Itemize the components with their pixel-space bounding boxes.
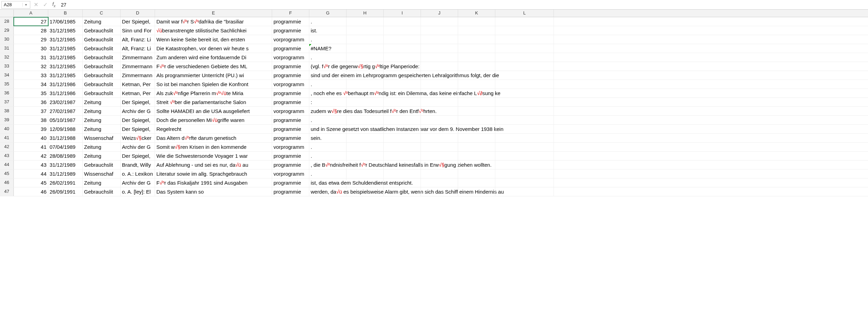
cell-A37[interactable]: 36 (14, 98, 48, 106)
column-header-J[interactable]: J (421, 10, 458, 17)
cell-G46[interactable]: ist, das etwa dem Schuldendienst entspri… (309, 178, 347, 187)
cell-I37[interactable] (384, 98, 421, 106)
cell-D41[interactable]: Weizs√§cker (121, 134, 155, 142)
cell-E41[interactable]: Das Altern d√ºrfte darum genetisch (155, 134, 272, 142)
cell-H36[interactable] (347, 89, 384, 97)
cell-B36[interactable]: 31/12/1986 (48, 89, 83, 97)
cell-E28[interactable]: Damit war f√ºr S√ºdafrika die "brasiliar (155, 17, 272, 26)
cell-K44[interactable] (458, 161, 495, 169)
cell-C44[interactable]: Gebrauchslit (83, 161, 121, 169)
cell-K41[interactable] (458, 134, 495, 142)
cell-J35[interactable] (421, 80, 458, 89)
cell-J36[interactable] (421, 89, 458, 97)
cell-I34[interactable] (384, 71, 421, 80)
cell-E42[interactable]: Somit w√§ren Krisen in den kommende (155, 143, 272, 151)
cell-B44[interactable]: 31/12/1989 (48, 161, 83, 169)
cell-B29[interactable]: 31/12/1985 (48, 26, 83, 35)
cell-L32[interactable] (495, 53, 554, 62)
cell-C38[interactable]: Zeitung (83, 107, 121, 115)
cell-I46[interactable] (384, 178, 421, 187)
cell-I44[interactable] (384, 161, 421, 169)
cell-I42[interactable] (384, 143, 421, 151)
row-header[interactable]: 44 (0, 161, 14, 169)
cell-H44[interactable] (347, 161, 384, 169)
cell-E32[interactable]: Zum anderen wird eine fortdauernde Di (155, 53, 272, 62)
cell-F47[interactable]: programmie (272, 187, 309, 196)
cell-H43[interactable] (347, 152, 384, 160)
cell-F35[interactable]: vorprogramm (272, 80, 309, 89)
cell-H29[interactable] (347, 26, 384, 35)
cell-D29[interactable]: Sinn und For (121, 26, 155, 35)
column-header-F[interactable]: F (272, 10, 309, 17)
cell-I43[interactable] (384, 152, 421, 160)
cell-A47[interactable]: 46 (14, 187, 48, 196)
cell-L30[interactable] (495, 35, 554, 44)
cell-H38[interactable] (347, 107, 384, 115)
row-header[interactable]: 43 (0, 152, 14, 160)
column-header-I[interactable]: I (384, 10, 421, 17)
cell-K31[interactable] (458, 44, 495, 53)
cell-G41[interactable]: sein. (309, 134, 347, 142)
cell-B28[interactable]: 17/06/1985 (48, 17, 83, 26)
cell-H37[interactable] (347, 98, 384, 106)
row-header[interactable]: 42 (0, 143, 14, 151)
cell-E36[interactable]: Als zuk√ºnfige Pfarrerin m√º√üte Miria (155, 89, 272, 97)
column-header-G[interactable]: G (309, 10, 347, 17)
column-header-E[interactable]: E (155, 10, 272, 17)
cell-H39[interactable] (347, 116, 384, 124)
cell-L41[interactable] (495, 134, 554, 142)
cell-H31[interactable] (347, 44, 384, 53)
row-header[interactable]: 28 (0, 17, 14, 26)
cell-J46[interactable] (421, 178, 458, 187)
cell-C37[interactable]: Zeitung (83, 98, 121, 106)
cell-B46[interactable]: 26/02/1991 (48, 178, 83, 187)
cell-A38[interactable]: 37 (14, 107, 48, 115)
cell-L42[interactable] (495, 143, 554, 151)
cell-E39[interactable]: Doch die personellen Mi√ügriffe waren (155, 116, 272, 124)
cell-H40[interactable] (347, 125, 384, 133)
cell-L29[interactable] (495, 26, 554, 35)
cell-A39[interactable]: 38 (14, 116, 48, 124)
row-header[interactable]: 34 (0, 71, 14, 80)
cell-F43[interactable]: programmie (272, 152, 309, 160)
column-header-L[interactable]: L (495, 10, 554, 17)
cell-F28[interactable]: programmie (272, 17, 309, 26)
cell-E46[interactable]: F√ºr das Fiskaljahr 1991 sind Ausgaben (155, 178, 272, 187)
cell-F40[interactable]: programmie (272, 125, 309, 133)
cell-B34[interactable]: 31/12/1985 (48, 71, 83, 80)
cell-C46[interactable]: Zeitung (83, 178, 121, 187)
cell-A36[interactable]: 35 (14, 89, 48, 97)
cell-K32[interactable] (458, 53, 495, 62)
cell-L37[interactable] (495, 98, 554, 106)
cell-D37[interactable]: Der Spiegel, (121, 98, 155, 106)
cell-D32[interactable]: Zimmermann (121, 53, 155, 62)
cell-I39[interactable] (384, 116, 421, 124)
cell-I29[interactable] (384, 26, 421, 35)
cell-J42[interactable] (421, 143, 458, 151)
cell-G31[interactable]: #NAME? (309, 44, 347, 53)
column-header-H[interactable]: H (347, 10, 384, 17)
cell-J47[interactable] (421, 187, 458, 196)
cell-B33[interactable]: 31/12/1985 (48, 62, 83, 71)
cell-G33[interactable]: (vgl. f√ºr die gegenw√§rtig g√ºltige Pla… (309, 62, 347, 71)
row-header[interactable]: 33 (0, 62, 14, 71)
cell-L45[interactable] (495, 169, 554, 178)
cell-G43[interactable]: . (309, 152, 347, 160)
cell-G47[interactable]: werden, da√ü es beispielsweise Alarm gib… (309, 187, 347, 196)
cell-B37[interactable]: 23/02/1987 (48, 98, 83, 106)
cell-A35[interactable]: 34 (14, 80, 48, 89)
cell-C33[interactable]: Gebrauchslit (83, 62, 121, 71)
cell-L43[interactable] (495, 152, 554, 160)
cell-B31[interactable]: 31/12/1985 (48, 44, 83, 53)
cell-I31[interactable] (384, 44, 421, 53)
cell-F46[interactable]: programmie (272, 178, 309, 187)
cell-F38[interactable]: vorprogramm (272, 107, 309, 115)
cell-L46[interactable] (495, 178, 554, 187)
cell-C47[interactable]: Gebrauchslit (83, 187, 121, 196)
row-header[interactable]: 37 (0, 98, 14, 106)
cell-A33[interactable]: 32 (14, 62, 48, 71)
row-header[interactable]: 31 (0, 44, 14, 53)
cell-K45[interactable] (458, 169, 495, 178)
cell-L47[interactable] (495, 187, 554, 196)
cell-C30[interactable]: Gebrauchslit (83, 35, 121, 44)
